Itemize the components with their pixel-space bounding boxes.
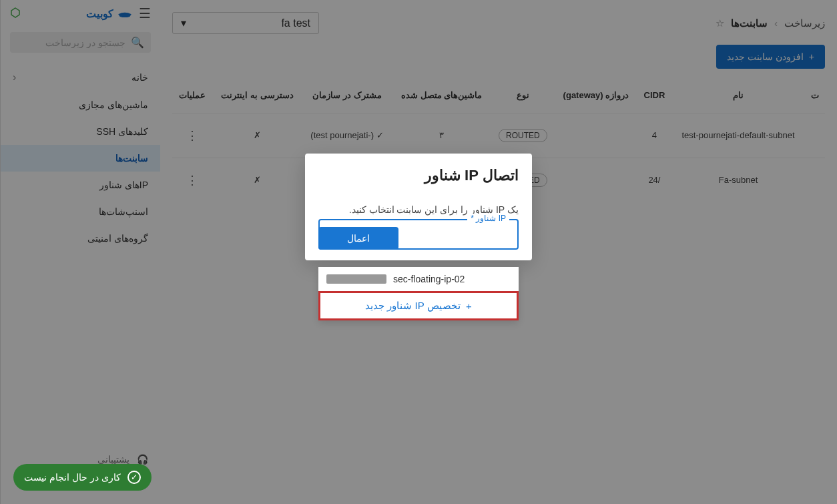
redacted-ip (326, 274, 386, 284)
allocate-new-ip-option[interactable]: + تخصیص IP شناور جدید (318, 291, 519, 320)
option-label: sec-floating-ip-02 (393, 274, 465, 284)
dialog-submit-button[interactable]: اعمال (318, 227, 398, 250)
select-label: IP شناور * (467, 214, 509, 223)
plus-icon: + (466, 300, 472, 312)
modal-overlay[interactable]: اتصال IP شناور یک IP شناور را برای این س… (0, 0, 837, 504)
dialog-title: اتصال IP شناور (318, 167, 519, 184)
dropdown-panel: sec-floating-ip-02 + تخصیص IP شناور جدید (318, 267, 519, 320)
floating-ip-dialog: اتصال IP شناور یک IP شناور را برای این س… (305, 154, 532, 260)
floating-ip-option[interactable]: sec-floating-ip-02 (318, 267, 519, 291)
check-circle-icon: ✓ (127, 471, 141, 484)
allocate-label: تخصیص IP شناور جدید (365, 300, 461, 312)
status-text: کاری در حال انجام نیست (24, 472, 121, 483)
status-toast: ✓ کاری در حال انجام نیست (13, 464, 152, 491)
